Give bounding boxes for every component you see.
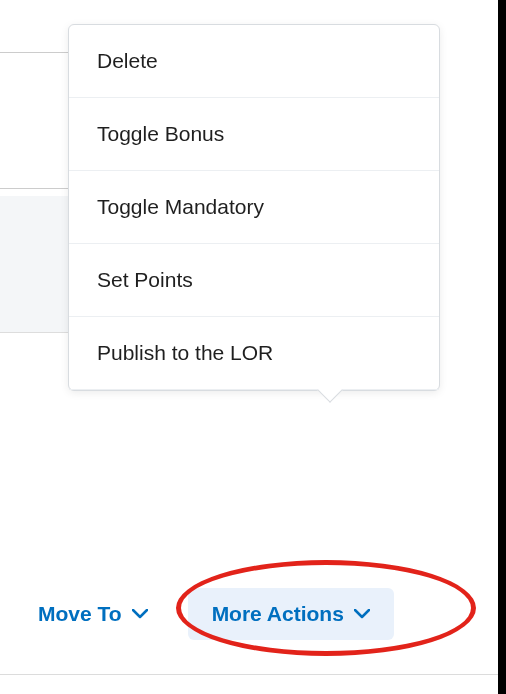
menu-item-label: Delete — [97, 49, 158, 72]
background-divider-2 — [0, 332, 70, 333]
menu-item-label: Toggle Bonus — [97, 122, 224, 145]
menu-item-publish-lor[interactable]: Publish to the LOR — [69, 317, 439, 390]
menu-item-label: Toggle Mandatory — [97, 195, 264, 218]
bottom-divider — [0, 674, 506, 675]
menu-item-delete[interactable]: Delete — [69, 25, 439, 98]
move-to-button[interactable]: Move To — [18, 590, 168, 638]
menu-item-label: Set Points — [97, 268, 193, 291]
move-to-label: Move To — [38, 602, 122, 626]
more-actions-button[interactable]: More Actions — [188, 588, 394, 640]
right-edge — [498, 0, 506, 694]
chevron-down-icon — [354, 609, 370, 619]
menu-item-toggle-bonus[interactable]: Toggle Bonus — [69, 98, 439, 171]
menu-item-toggle-mandatory[interactable]: Toggle Mandatory — [69, 171, 439, 244]
toolbar: Move To More Actions — [0, 588, 506, 640]
more-actions-label: More Actions — [212, 602, 344, 626]
more-actions-menu: Delete Toggle Bonus Toggle Mandatory Set… — [68, 24, 440, 391]
menu-item-label: Publish to the LOR — [97, 341, 273, 364]
background-shade — [0, 196, 70, 332]
chevron-down-icon — [132, 609, 148, 619]
menu-item-set-points[interactable]: Set Points — [69, 244, 439, 317]
